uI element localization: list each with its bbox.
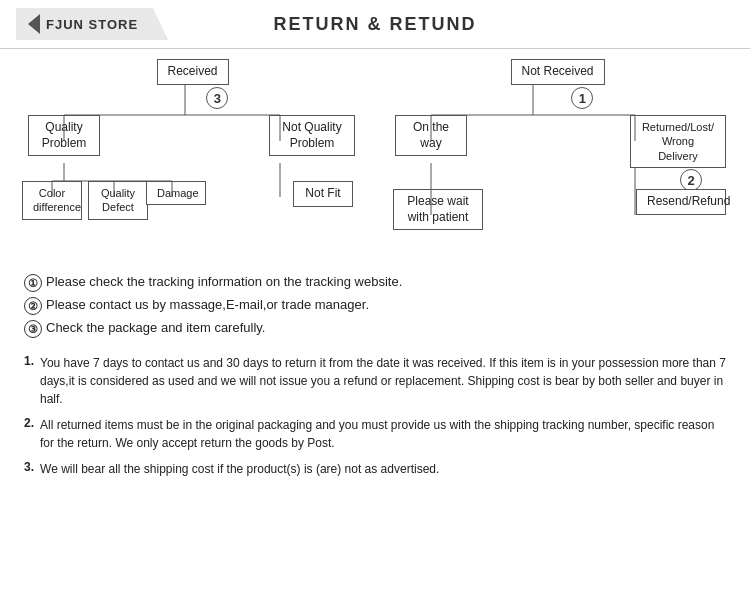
left-flowchart: Received 3 Quality Problem Not Quality P… <box>20 59 365 259</box>
badge-1: 1 <box>571 87 593 109</box>
rule-num-2: 2. <box>24 416 34 430</box>
not-fit-box: Not Fit <box>293 181 353 207</box>
quality-defect-box: Quality Defect <box>88 181 148 220</box>
damage-box: Damage <box>146 181 206 205</box>
info-circle-2: ② <box>24 297 42 315</box>
info-circle-3: ③ <box>24 320 42 338</box>
info-text-3: Check the package and item carefully. <box>46 319 265 337</box>
flowchart-area: Received 3 Quality Problem Not Quality P… <box>0 49 750 265</box>
page-title: RETURN & RETUND <box>274 14 477 35</box>
rule-num-3: 3. <box>24 460 34 474</box>
badge-2: 2 <box>680 169 702 191</box>
right-flowchart: Not Received 1 On the way Returned/Lost/… <box>385 59 730 259</box>
not-received-box: Not Received <box>510 59 604 85</box>
rule-item-1: 1. You have 7 days to contact us and 30 … <box>24 354 726 408</box>
info-item-1: ① Please check the tracking information … <box>24 273 726 292</box>
not-quality-problem-box: Not Quality Problem <box>269 115 355 156</box>
badge-3: 3 <box>206 87 228 109</box>
info-section: ① Please check the tracking information … <box>0 265 750 348</box>
on-the-way-box: On the way <box>395 115 467 156</box>
rule-item-2: 2. All returned items must be in the ori… <box>24 416 726 452</box>
info-text-2: Please contact us by massage,E-mail,or t… <box>46 296 369 314</box>
info-item-2: ② Please contact us by massage,E-mail,or… <box>24 296 726 315</box>
rules-section: 1. You have 7 days to contact us and 30 … <box>0 348 750 492</box>
resend-refund-box: Resend/Refund <box>636 189 726 215</box>
rule-text-3: We will bear all the shipping cost if th… <box>40 460 439 478</box>
please-wait-box: Please wait with patient <box>393 189 483 230</box>
left-flow-lines <box>20 59 350 259</box>
rule-num-1: 1. <box>24 354 34 368</box>
received-box: Received <box>156 59 228 85</box>
info-circle-1: ① <box>24 274 42 292</box>
store-tab: FJUN STORE <box>16 8 168 40</box>
info-item-3: ③ Check the package and item carefully. <box>24 319 726 338</box>
rule-text-2: All returned items must be in the origin… <box>40 416 726 452</box>
rule-text-1: You have 7 days to contact us and 30 day… <box>40 354 726 408</box>
color-difference-box: Color difference <box>22 181 82 220</box>
quality-problem-box: Quality Problem <box>28 115 100 156</box>
returned-lost-box: Returned/Lost/ Wrong Delivery <box>630 115 726 168</box>
info-text-1: Please check the tracking information on… <box>46 273 402 291</box>
store-name: FJUN STORE <box>46 17 138 32</box>
rule-item-3: 3. We will bear all the shipping cost if… <box>24 460 726 478</box>
header: FJUN STORE RETURN & RETUND <box>0 0 750 49</box>
